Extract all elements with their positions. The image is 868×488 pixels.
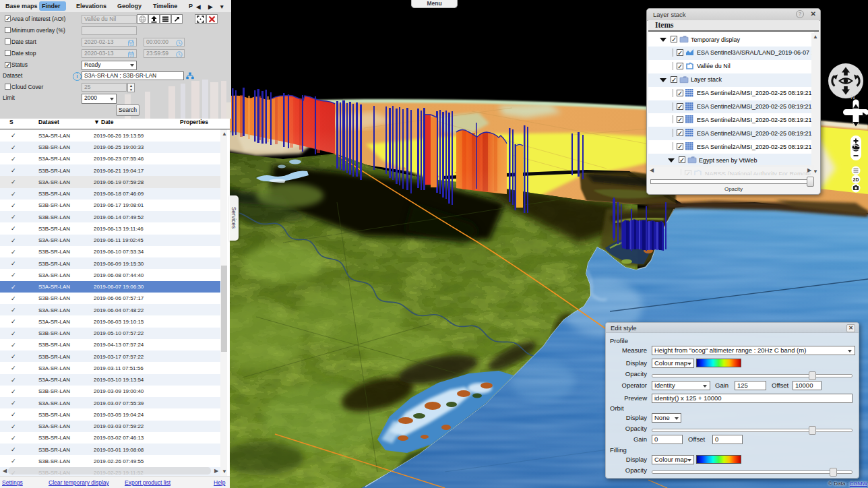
svg-text:31: 31 [129, 42, 133, 46]
svg-text:N: N [850, 94, 855, 100]
svg-text:31: 31 [129, 54, 133, 57]
svg-text:2D: 2D [853, 177, 859, 182]
